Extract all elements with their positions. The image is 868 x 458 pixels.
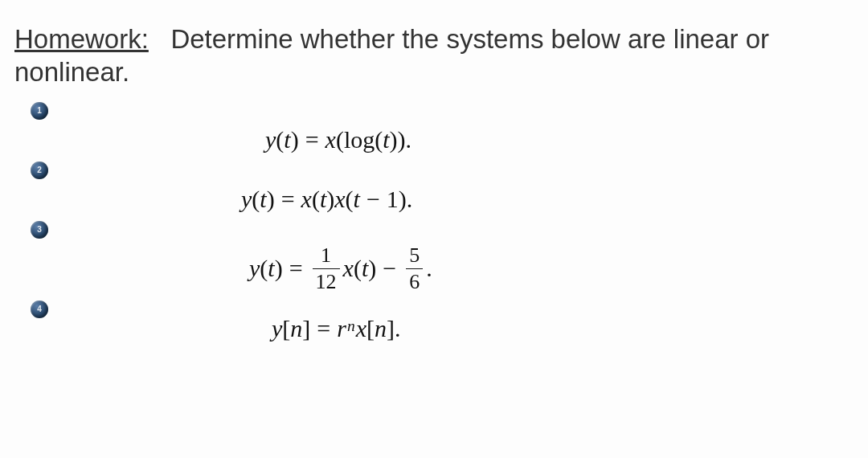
bullet-icon: 2: [31, 162, 48, 179]
problem-2: 2 y(t) = x(t)x(t − 1).: [31, 160, 854, 213]
bullet-number: 4: [37, 305, 42, 313]
equation-area: y(t) = x(t)x(t − 1).: [48, 160, 854, 213]
homework-header: Homework: Determine whether the systems …: [14, 22, 854, 89]
problem-3: 3 y(t) = 1 12 x(t) − 5 6 .: [31, 219, 854, 292]
equation-area: y[n] = rnx[n].: [48, 299, 854, 342]
equation-2: y(t) = x(t)x(t − 1).: [241, 186, 412, 213]
bullet-number: 3: [37, 225, 42, 234]
bullet-icon: 1: [31, 102, 48, 120]
problem-1: 1 y(t) = x(log(t)).: [31, 100, 854, 153]
equation-4: y[n] = rnx[n].: [272, 315, 401, 342]
bullet-number: 1: [37, 106, 42, 115]
problem-4: 4 y[n] = rnx[n].: [31, 299, 854, 342]
fraction-1-12: 1 12: [313, 245, 340, 292]
homework-label: Homework:: [14, 24, 149, 54]
fraction-5-6: 5 6: [406, 245, 423, 292]
bullet-icon: 4: [31, 301, 48, 318]
equation-area: y(t) = 1 12 x(t) − 5 6 .: [48, 219, 854, 292]
bullet-number: 2: [37, 166, 42, 174]
equation-area: y(t) = x(log(t)).: [48, 100, 854, 153]
bullet-icon: 3: [31, 221, 48, 239]
equation-3: y(t) = 1 12 x(t) − 5 6 .: [249, 245, 432, 292]
equation-1: y(t) = x(log(t)).: [265, 126, 411, 153]
problem-list: 1 y(t) = x(log(t)). 2 y(t) = x(t)x(t − 1…: [14, 97, 854, 342]
